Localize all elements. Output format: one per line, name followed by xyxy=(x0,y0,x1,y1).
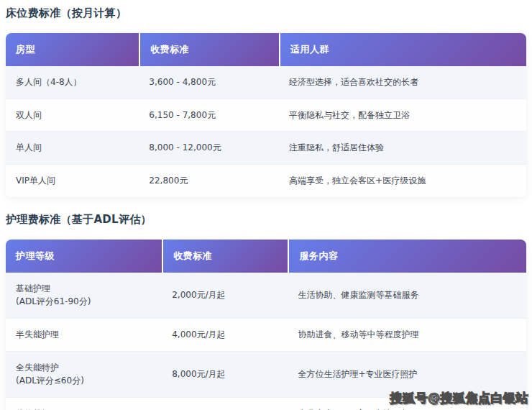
nursing-fee-section: 护理费标准（基于ADL评估） 护理等级收费标准服务内容 基础护理(ADL评分61… xyxy=(6,214,526,410)
cell-line: 全失能特护 xyxy=(16,361,152,375)
column-header: 房型 xyxy=(6,33,139,66)
bed-fee-table-body: 多人间（4-8人）3,600 - 4,800元经济型选择，适合喜欢社交的长者双人… xyxy=(6,66,526,196)
table-cell: 3,600 - 4,800元 xyxy=(139,66,279,99)
table-row: VIP单人间22,800元高端享受，独立会客区+医疗级设施 xyxy=(6,164,526,197)
table-cell: 4,000元/月起 xyxy=(162,318,288,351)
table-cell: 单人间 xyxy=(6,131,139,164)
table-cell: 基础护理(ADL评分61-90分) xyxy=(6,273,162,318)
column-header: 适用人群 xyxy=(279,33,526,66)
nursing-fee-section-title: 护理费标准（基于ADL评估） xyxy=(6,214,526,226)
bed-fee-section-title: 床位费标准（按月计算） xyxy=(6,7,526,19)
cell-line: (ADL评分≤60分) xyxy=(16,374,152,388)
table-cell: 协助进食、移动等中等程度护理 xyxy=(288,318,526,351)
cell-line: (ADL评分61-90分) xyxy=(16,295,152,309)
table-cell: 22,800元 xyxy=(139,164,279,197)
nursing-fee-table-header: 护理等级收费标准服务内容 xyxy=(6,240,526,273)
cell-line: 基础护理 xyxy=(16,282,152,296)
table-cell: 2,000元/月起 xyxy=(162,273,288,318)
header-row: 护理等级收费标准服务内容 xyxy=(6,240,526,273)
column-header: 服务内容 xyxy=(288,240,526,273)
bed-fee-table-header: 房型收费标准适用人群 xyxy=(6,33,526,66)
table-cell: 18,000元/月 xyxy=(162,397,288,410)
table-cell: 注重隐私，舒适居住体验 xyxy=(279,131,526,164)
bed-fee-table: 房型收费标准适用人群 多人间（4-8人）3,600 - 4,800元经济型选择，… xyxy=(6,33,526,196)
table-row: 多人间（4-8人）3,600 - 4,800元经济型选择，适合喜欢社交的长者 xyxy=(6,66,526,99)
table-cell: 6,150 - 7,800元 xyxy=(139,99,279,132)
bed-fee-section: 床位费标准（按月计算） 房型收费标准适用人群 多人间（4-8人）3,600 - … xyxy=(6,7,526,197)
header-row: 房型收费标准适用人群 xyxy=(6,33,526,66)
table-cell: 经济型选择，适合喜欢社交的长者 xyxy=(279,66,526,99)
table-cell: VIP单人间 xyxy=(6,164,139,197)
table-cell: 半失能护理 xyxy=(6,318,162,351)
table-row: 双人间6,150 - 7,800元平衡隐私与社交，配备独立卫浴 xyxy=(6,99,526,132)
table-cell: 多人间（4-8人） xyxy=(6,66,139,99)
table-row: 基础护理(ADL评分61-90分)2,000元/月起生活协助、健康监测等基础服务 xyxy=(6,273,526,318)
table-cell: 全失能特护(ADL评分≤60分) xyxy=(6,351,162,397)
table-cell: 双人间 xyxy=(6,99,139,132)
column-header: 收费标准 xyxy=(139,33,279,66)
watermark: 搜狐号@搜狐焦点白银站 xyxy=(390,390,529,406)
nursing-fee-table: 护理等级收费标准服务内容 基础护理(ADL评分61-90分)2,000元/月起生… xyxy=(6,240,526,410)
table-cell: 高端享受，独立会客区+医疗级设施 xyxy=(279,164,526,197)
table-cell: 平衡隐私与社交，配备独立卫浴 xyxy=(279,99,526,132)
column-header: 收费标准 xyxy=(162,240,288,273)
table-cell: 生活协助、健康监测等基础服务 xyxy=(288,273,526,318)
table-cell: 临终关怀 xyxy=(6,397,162,410)
table-cell: 8,000 - 12,000元 xyxy=(139,131,279,164)
table-cell: 8,000元/月起 xyxy=(162,351,288,397)
table-row: 半失能护理4,000元/月起协助进食、移动等中等程度护理 xyxy=(6,318,526,351)
column-header: 护理等级 xyxy=(6,240,162,273)
table-row: 单人间8,000 - 12,000元注重隐私，舒适居住体验 xyxy=(6,131,526,164)
